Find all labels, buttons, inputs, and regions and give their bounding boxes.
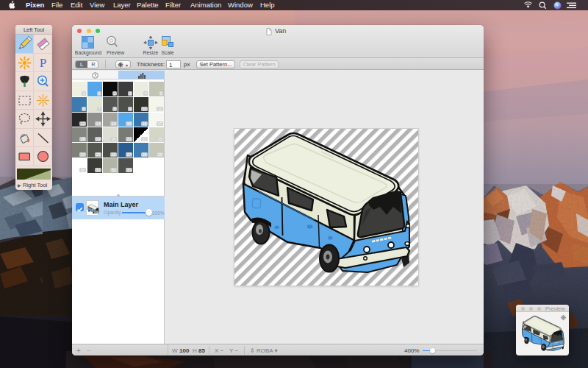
svg-text:P: P <box>40 56 46 70</box>
